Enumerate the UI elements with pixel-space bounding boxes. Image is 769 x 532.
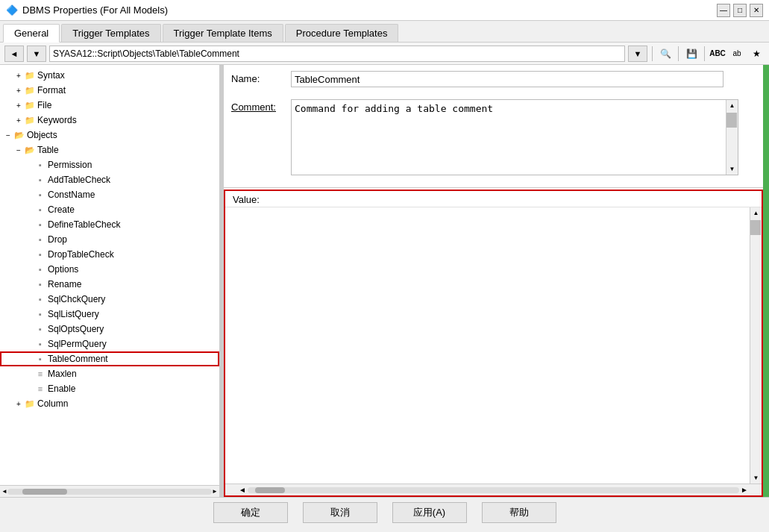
cancel-button[interactable]: 取消 <box>303 502 377 523</box>
value-h-scroll-track[interactable] <box>248 487 739 493</box>
tree-label-format: Format <box>37 85 66 96</box>
expand-format[interactable]: + <box>13 87 24 95</box>
value-scroll-down[interactable]: ▼ <box>753 472 759 484</box>
star-button[interactable]: ★ <box>748 46 765 62</box>
ok-button[interactable]: 确定 <box>213 502 288 523</box>
tree-item-enable[interactable]: ≡ Enable <box>0 381 219 396</box>
tree-label-table: Table <box>37 145 59 155</box>
tree-label-objects: Objects <box>27 130 57 140</box>
form-section-comment: Comment: ▲ ▼ <box>224 96 769 188</box>
tab-procedure-templates[interactable]: Procedure Templates <box>285 24 399 42</box>
tree-label-sqlchckquery: SqlChckQuery <box>48 294 105 304</box>
abc-button[interactable]: ABC <box>709 46 726 62</box>
expand-keywords[interactable]: + <box>13 116 24 125</box>
apply-button[interactable]: 应用(A) <box>392 502 467 523</box>
minimize-button[interactable]: — <box>717 4 730 17</box>
dropdown-arrow[interactable]: ▼ <box>628 46 647 62</box>
comment-textarea[interactable] <box>292 100 726 175</box>
value-scroll-up[interactable]: ▲ <box>753 207 759 219</box>
tab-trigger-template-items[interactable]: Trigger Template Items <box>163 24 283 42</box>
tree-item-file[interactable]: + 📁 File <box>0 98 219 113</box>
tree-label-droptablecheck: DropTableCheck <box>48 249 114 260</box>
value-scroll-track[interactable] <box>750 219 762 472</box>
tree-item-sqlchckquery[interactable]: ▪ SqlChckQuery <box>0 292 219 307</box>
separator-3 <box>704 46 705 61</box>
item-icon-sqlchckquery: ▪ <box>34 295 46 304</box>
tree-item-objects[interactable]: − 📂 Objects <box>0 128 219 143</box>
path-input[interactable] <box>49 46 625 62</box>
expand-file[interactable]: + <box>13 101 24 110</box>
scrollbar-track[interactable] <box>7 489 212 495</box>
tree-item-format[interactable]: + 📁 Format <box>0 83 219 98</box>
tree-item-drop[interactable]: ▪ Drop <box>0 232 219 247</box>
tree-item-sqlpermquery[interactable]: ▪ SqlPermQuery <box>0 337 219 351</box>
tree-item-sqloptsquery[interactable]: ▪ SqlOptsQuery <box>0 322 219 337</box>
tree-item-syntax[interactable]: + 📁 Syntax <box>0 68 219 83</box>
tree-item-sqllistquery[interactable]: ▪ SqlListQuery <box>0 307 219 322</box>
scroll-left-icon[interactable]: ◄ <box>1 488 7 495</box>
tree-item-tablecomment[interactable]: ▪ TableComment <box>0 351 219 366</box>
tree-scroll[interactable]: + 📁 Syntax + 📁 Format + 📁 File + <box>0 65 219 485</box>
value-label: Value: <box>225 191 762 207</box>
tree-item-table[interactable]: − 📂 Table <box>0 143 219 157</box>
value-scroll-right[interactable]: ► <box>739 486 750 494</box>
item-icon-droptablecheck: ▪ <box>34 250 46 259</box>
tree-label-options: Options <box>48 264 78 275</box>
close-button[interactable]: ✕ <box>750 4 763 17</box>
item-icon-permission: ▪ <box>34 160 46 169</box>
tree-item-permission[interactable]: ▪ Permission <box>0 157 219 172</box>
ab-button[interactable]: ab <box>729 46 745 62</box>
value-h-scroll-thumb[interactable] <box>255 487 285 493</box>
comment-scroll-down[interactable]: ▼ <box>729 163 735 175</box>
comment-scroll-up[interactable]: ▲ <box>729 100 735 111</box>
tree-item-droptablecheck[interactable]: ▪ DropTableCheck <box>0 247 219 262</box>
value-scroll-left[interactable]: ◄ <box>237 486 248 494</box>
tree-label-syntax: Syntax <box>37 70 65 81</box>
forward-button[interactable]: ▼ <box>27 46 46 62</box>
expand-objects[interactable]: − <box>3 131 13 140</box>
tree-item-options[interactable]: ▪ Options <box>0 262 219 277</box>
value-textarea[interactable] <box>225 207 750 484</box>
folder-icon-table: 📂 <box>24 145 36 155</box>
tree-item-definetablecheck[interactable]: ▪ DefineTableCheck <box>0 217 219 232</box>
comment-scrollbar[interactable]: ▲ ▼ <box>726 100 738 175</box>
comment-label: Comment: <box>231 99 291 113</box>
tree-item-column[interactable]: + 📁 Column <box>0 396 219 411</box>
help-button[interactable]: 帮助 <box>482 502 556 523</box>
tree-label-file: File <box>37 100 51 110</box>
separator-1 <box>652 46 653 61</box>
maximize-button[interactable]: □ <box>733 4 747 17</box>
tree-item-create[interactable]: ▪ Create <box>0 202 219 217</box>
tab-bar: General Trigger Templates Trigger Templa… <box>0 21 769 43</box>
tab-general[interactable]: General <box>3 24 60 43</box>
value-scroll-thumb[interactable] <box>750 220 761 235</box>
tree-item-addtablecheck[interactable]: ▪ AddTableCheck <box>0 172 219 187</box>
comment-textarea-wrapper: ▲ ▼ <box>291 99 738 175</box>
name-input[interactable] <box>291 71 724 87</box>
expand-syntax[interactable]: + <box>13 72 24 80</box>
tab-trigger-templates[interactable]: Trigger Templates <box>61 24 160 42</box>
folder-icon-syntax: 📁 <box>24 71 36 81</box>
scrollbar-thumb[interactable] <box>22 489 67 495</box>
item-icon-definetablecheck: ▪ <box>34 220 46 229</box>
search-button[interactable]: 🔍 <box>657 46 674 62</box>
value-h-scroll[interactable]: ◄ ► <box>225 484 762 495</box>
tree-item-rename[interactable]: ▪ Rename <box>0 277 219 292</box>
comment-scroll-thumb[interactable] <box>726 113 737 128</box>
comment-scroll-track[interactable] <box>726 111 738 163</box>
expand-column[interactable]: + <box>13 400 24 408</box>
item-icon-create: ▪ <box>34 205 46 214</box>
value-scrollbar[interactable]: ▲ ▼ <box>750 207 762 484</box>
tree-h-scrollbar[interactable]: ◄ ► <box>0 485 219 497</box>
value-section: Value: ▲ ▼ ◄ ► <box>224 190 763 497</box>
tree-item-keywords[interactable]: + 📁 Keywords <box>0 113 219 128</box>
tree-item-constname[interactable]: ▪ ConstName <box>0 187 219 202</box>
tree-item-maxlen[interactable]: ≡ Maxlen <box>0 366 219 381</box>
name-label: Name: <box>231 71 291 84</box>
back-button[interactable]: ◄ <box>4 46 24 62</box>
expand-table[interactable]: − <box>13 146 24 154</box>
scroll-right-icon[interactable]: ► <box>212 488 218 495</box>
title-bar: 🔷 DBMS Properties (For All Models) — □ ✕ <box>0 0 769 21</box>
save-button[interactable]: 💾 <box>683 46 700 62</box>
item-icon-constname: ▪ <box>34 190 46 199</box>
